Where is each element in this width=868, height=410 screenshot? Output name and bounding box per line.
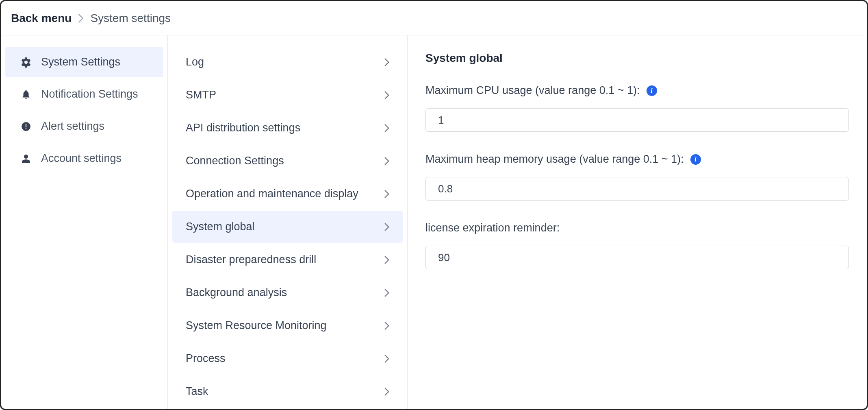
input-max-cpu[interactable] (425, 108, 849, 132)
breadcrumb: Back menu System settings (1, 1, 867, 35)
input-license-reminder[interactable] (425, 246, 849, 269)
sidebar-item-label: Account settings (41, 152, 122, 165)
sidebar-item-label: Notification Settings (41, 88, 138, 100)
svg-rect-1 (26, 124, 26, 127)
secondary-item-process[interactable]: Process (172, 342, 403, 375)
chevron-right-icon (384, 256, 389, 264)
content-title: System global (425, 52, 849, 65)
chevron-right-icon (384, 157, 389, 165)
sidebar-item-alert-settings[interactable]: Alert settings (5, 111, 163, 142)
bell-icon (20, 88, 32, 100)
secondary-item-connection-settings[interactable]: Connection Settings (172, 145, 403, 177)
field-max-heap: Maximum heap memory usage (value range 0… (425, 153, 849, 201)
breadcrumb-current: System settings (90, 12, 171, 25)
breadcrumb-back[interactable]: Back menu (11, 12, 72, 25)
gear-icon (20, 56, 32, 68)
user-icon (20, 153, 32, 165)
secondary-item-api-distribution[interactable]: API distribution settings (172, 112, 403, 144)
secondary-item-label: Background analysis (186, 286, 287, 299)
sidebar-primary: System Settings Notification Settings Al… (1, 35, 168, 409)
chevron-right-icon (384, 124, 389, 132)
secondary-item-label: API distribution settings (186, 122, 300, 134)
secondary-item-label: SMTP (186, 89, 216, 101)
sidebar-secondary: Log SMTP API distribution settings Conne… (168, 35, 408, 409)
chevron-right-icon (384, 58, 389, 66)
sidebar-item-account-settings[interactable]: Account settings (5, 143, 163, 174)
content-panel: System global Maximum CPU usage (value r… (408, 35, 867, 409)
secondary-item-smtp[interactable]: SMTP (172, 79, 403, 111)
secondary-item-log[interactable]: Log (172, 46, 403, 78)
chevron-right-icon (384, 322, 389, 330)
secondary-item-label: System global (186, 220, 255, 233)
secondary-item-label: Connection Settings (186, 155, 284, 167)
sidebar-item-label: Alert settings (41, 120, 104, 133)
secondary-item-system-global[interactable]: System global (172, 211, 403, 243)
secondary-item-label: Task (186, 385, 208, 398)
sidebar-item-system-settings[interactable]: System Settings (5, 47, 163, 77)
field-label-text: Maximum CPU usage (value range 0.1 ~ 1): (425, 84, 640, 97)
chevron-right-icon (384, 223, 389, 231)
alert-icon (20, 120, 32, 133)
info-icon[interactable]: i (647, 85, 657, 96)
chevron-right-icon (384, 388, 389, 396)
secondary-item-label: Operation and maintenance display (186, 188, 358, 200)
secondary-item-operation-maintenance[interactable]: Operation and maintenance display (172, 178, 403, 210)
secondary-item-label: Disaster preparedness drill (186, 253, 316, 266)
field-max-cpu: Maximum CPU usage (value range 0.1 ~ 1):… (425, 84, 849, 132)
secondary-item-label: Log (186, 56, 204, 68)
field-label-text: license expiration reminder: (425, 222, 560, 234)
svg-rect-2 (26, 128, 26, 129)
secondary-item-label: Process (186, 352, 226, 365)
info-icon[interactable]: i (690, 154, 701, 165)
chevron-right-icon (384, 355, 389, 363)
field-license-reminder: license expiration reminder: (425, 222, 849, 269)
secondary-item-disaster-drill[interactable]: Disaster preparedness drill (172, 244, 403, 276)
chevron-right-icon (78, 14, 84, 23)
field-label-text: Maximum heap memory usage (value range 0… (425, 153, 684, 166)
secondary-item-label: System Resource Monitoring (186, 319, 327, 332)
chevron-right-icon (384, 190, 389, 198)
input-max-heap[interactable] (425, 177, 849, 201)
secondary-item-background-analysis[interactable]: Background analysis (172, 277, 403, 309)
secondary-item-resource-monitoring[interactable]: System Resource Monitoring (172, 310, 403, 342)
sidebar-item-notification-settings[interactable]: Notification Settings (5, 79, 163, 109)
sidebar-item-label: System Settings (41, 56, 120, 68)
chevron-right-icon (384, 91, 389, 99)
secondary-item-task[interactable]: Task (172, 375, 403, 408)
chevron-right-icon (384, 289, 389, 297)
